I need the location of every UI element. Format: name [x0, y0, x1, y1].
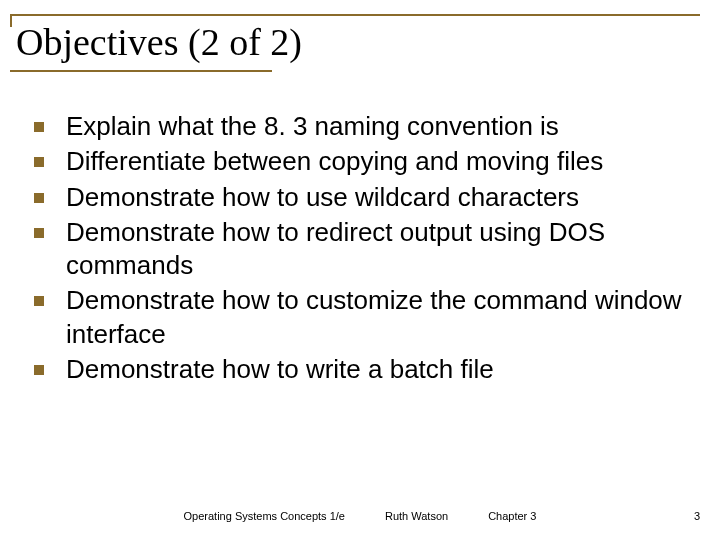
footer-inner: Operating Systems Concepts 1/e Ruth Wats…: [0, 510, 720, 522]
title-rule-bottom: [10, 70, 272, 72]
footer-book: Operating Systems Concepts 1/e: [184, 510, 345, 522]
slide-title: Objectives (2 of 2): [10, 16, 700, 70]
footer-chapter: Chapter 3: [488, 510, 536, 522]
slide: Objectives (2 of 2) Explain what the 8. …: [0, 0, 720, 540]
square-bullet-icon: [34, 122, 44, 132]
footer-author: Ruth Watson: [385, 510, 448, 522]
list-item: Explain what the 8. 3 naming convention …: [34, 110, 690, 143]
bullet-text: Differentiate between copying and moving…: [66, 145, 690, 178]
square-bullet-icon: [34, 365, 44, 375]
bullet-text: Demonstrate how to redirect output using…: [66, 216, 690, 283]
list-item: Differentiate between copying and moving…: [34, 145, 690, 178]
bullet-text: Demonstrate how to use wildcard characte…: [66, 181, 690, 214]
square-bullet-icon: [34, 228, 44, 238]
bullet-text: Demonstrate how to customize the command…: [66, 284, 690, 351]
list-item: Demonstrate how to customize the command…: [34, 284, 690, 351]
content-area: Explain what the 8. 3 naming convention …: [34, 110, 690, 388]
square-bullet-icon: [34, 157, 44, 167]
title-rule-tick: [10, 14, 12, 27]
footer: Operating Systems Concepts 1/e Ruth Wats…: [0, 510, 720, 522]
bullet-list: Explain what the 8. 3 naming convention …: [34, 110, 690, 386]
square-bullet-icon: [34, 296, 44, 306]
square-bullet-icon: [34, 193, 44, 203]
title-block: Objectives (2 of 2): [10, 14, 700, 72]
bullet-text: Demonstrate how to write a batch file: [66, 353, 690, 386]
bullet-text: Explain what the 8. 3 naming convention …: [66, 110, 690, 143]
list-item: Demonstrate how to write a batch file: [34, 353, 690, 386]
list-item: Demonstrate how to redirect output using…: [34, 216, 690, 283]
page-number: 3: [694, 510, 700, 522]
list-item: Demonstrate how to use wildcard characte…: [34, 181, 690, 214]
